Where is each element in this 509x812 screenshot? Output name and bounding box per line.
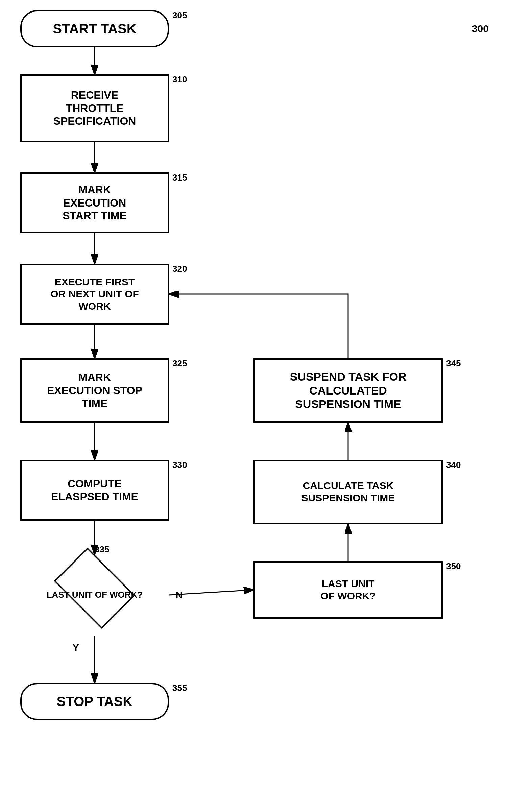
mark-exec-stop-node: MARKEXECUTION STOPTIME [20, 358, 169, 423]
receive-throttle-node: RECEIVETHROTTLESPECIFICATION [20, 74, 169, 142]
last-unit-node: LAST UNIT OF WORK? [20, 554, 169, 636]
ref-310: 310 [172, 74, 187, 85]
compute-elapsed-node: COMPUTEELASPSED TIME [20, 460, 169, 521]
ref-335: 335 [95, 544, 109, 555]
label-Y: Y [73, 642, 79, 653]
ref-320: 320 [172, 264, 187, 274]
ref-315: 315 [172, 172, 187, 183]
suspend-task-node: CALCULATE TASKSUSPENSION TIME [253, 460, 443, 524]
ref-325: 325 [172, 358, 187, 369]
ref-350: 345 [446, 358, 461, 369]
start-task-node: START TASK [20, 10, 169, 47]
label-N: N [176, 590, 183, 601]
ref-340: 350 [446, 561, 461, 572]
ref-330: 330 [172, 460, 187, 470]
mark-exec-start-node: MARKEXECUTIONSTART TIME [20, 172, 169, 233]
resume-task-node: SUSPEND TASK FORCALCULATEDSUSPENSION TIM… [253, 358, 443, 423]
execute-unit-node: EXECUTE FIRSTOR NEXT UNIT OFWORK [20, 264, 169, 325]
diagram-container: 300 START TASK 305 RECEIVETHROTTLESPECIF… [0, 0, 509, 812]
ref-305: 305 [172, 10, 187, 21]
ref-355: 355 [172, 683, 187, 693]
calculate-suspension-node: LAST UNITOF WORK? [253, 561, 443, 619]
stop-task-node: STOP TASK [20, 683, 169, 720]
ref-number-300: 300 [472, 23, 489, 34]
ref-345: 340 [446, 460, 461, 470]
